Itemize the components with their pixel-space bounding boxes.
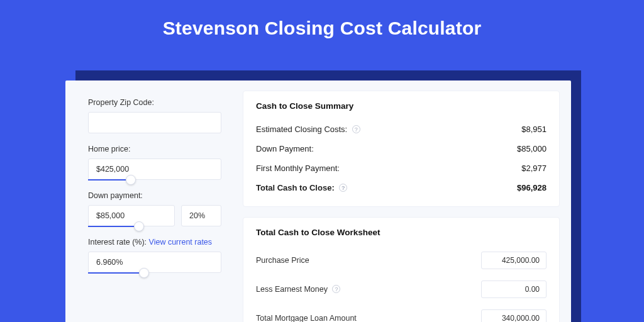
interest-rate-label: Interest rate (%): View current rates <box>88 238 221 247</box>
page-title: Stevenson Closing Cost Calculator <box>0 0 644 54</box>
interest-rate-input[interactable] <box>88 252 221 273</box>
summary-row-value: $2,977 <box>521 164 547 173</box>
zip-label: Property Zip Code: <box>88 98 221 107</box>
zip-input[interactable] <box>88 112 221 133</box>
worksheet-row-label: Total Mortgage Loan Amount <box>256 314 357 322</box>
slider-thumb[interactable] <box>126 175 136 185</box>
worksheet-heading: Total Cash to Close Worksheet <box>256 228 547 237</box>
worksheet-row-input[interactable] <box>481 252 547 269</box>
summary-rows: Estimated Closing Costs: ?$8,951Down Pay… <box>256 119 547 197</box>
summary-row-label: Down Payment: <box>256 144 314 153</box>
summary-row-label: Total Cash to Close: ? <box>256 183 347 192</box>
worksheet-rows: Purchase PriceLess Earnest Money ?Total … <box>256 246 547 322</box>
summary-row-label: First Monthly Payment: <box>256 164 340 173</box>
slider-fill <box>88 179 131 180</box>
summary-row: Estimated Closing Costs: ?$8,951 <box>256 119 547 139</box>
slider-fill <box>88 226 139 227</box>
worksheet-row-input[interactable] <box>481 280 547 298</box>
cash-to-close-worksheet: Total Cash to Close Worksheet Purchase P… <box>243 217 560 322</box>
view-current-rates-link[interactable]: View current rates <box>149 238 213 247</box>
home-price-input[interactable] <box>88 158 221 180</box>
summary-row-label: Estimated Closing Costs: ? <box>256 125 360 134</box>
summary-heading: Cash to Close Summary <box>256 101 547 111</box>
worksheet-row: Purchase Price <box>256 246 547 275</box>
interest-rate-label-text: Interest rate (%): <box>88 238 149 247</box>
help-icon[interactable]: ? <box>339 184 347 192</box>
summary-row-value: $8,951 <box>521 125 547 134</box>
home-price-field: Home price: <box>88 145 221 180</box>
down-payment-input[interactable] <box>88 205 175 226</box>
worksheet-row: Total Mortgage Loan Amount <box>256 304 547 322</box>
zip-field: Property Zip Code: <box>88 98 221 133</box>
home-price-label: Home price: <box>88 145 221 153</box>
down-payment-field: Down payment: <box>88 191 221 226</box>
worksheet-row-label: Less Earnest Money ? <box>256 285 340 294</box>
down-payment-pct-input[interactable] <box>181 205 221 226</box>
slider-thumb[interactable] <box>134 221 144 231</box>
help-icon[interactable]: ? <box>332 285 340 293</box>
worksheet-row-label: Purchase Price <box>256 256 309 265</box>
worksheet-row: Less Earnest Money ? <box>256 275 547 304</box>
interest-rate-field: Interest rate (%): View current rates <box>88 238 221 273</box>
cash-to-close-summary: Cash to Close Summary Estimated Closing … <box>243 91 560 207</box>
summary-row: First Monthly Payment:$2,977 <box>256 158 547 178</box>
help-icon[interactable]: ? <box>352 125 360 133</box>
inputs-panel: Property Zip Code: Home price: Down paym… <box>65 80 235 322</box>
summary-row: Total Cash to Close: ?$96,928 <box>256 178 547 197</box>
summary-row-value: $85,000 <box>517 144 547 153</box>
summary-row: Down Payment:$85,000 <box>256 139 547 158</box>
results-panel: Cash to Close Summary Estimated Closing … <box>235 80 571 322</box>
worksheet-row-input[interactable] <box>481 309 547 322</box>
slider-fill <box>88 272 144 274</box>
calculator-card: Property Zip Code: Home price: Down paym… <box>65 80 571 322</box>
summary-row-value: $96,928 <box>517 183 547 192</box>
slider-thumb[interactable] <box>139 268 149 278</box>
down-payment-label: Down payment: <box>88 191 221 200</box>
